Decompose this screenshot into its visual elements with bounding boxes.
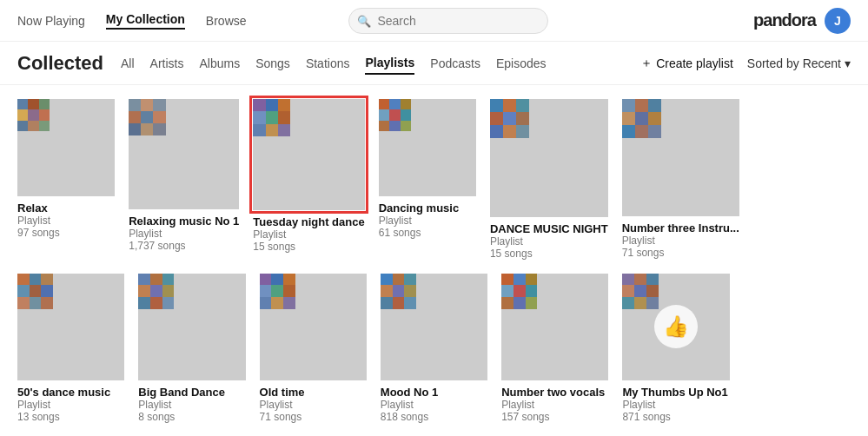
card-songs: 157 songs bbox=[501, 411, 608, 423]
pandora-logo: pandora bbox=[753, 10, 816, 30]
card-type: Playlist bbox=[381, 399, 487, 411]
filter-stations[interactable]: Stations bbox=[306, 53, 350, 74]
chevron-down-icon: ▾ bbox=[845, 56, 851, 70]
sorted-by-label: Sorted by Recent bbox=[747, 56, 841, 70]
card-type: Playlist bbox=[17, 399, 124, 411]
playlist-card-old-time[interactable]: Old timePlaylist71 songs bbox=[260, 274, 367, 423]
filter-songs[interactable]: Songs bbox=[255, 53, 290, 74]
card-title: Big Band Dance bbox=[138, 386, 245, 399]
filter-podcasts[interactable]: Podcasts bbox=[430, 53, 480, 74]
playlist-card-number-two-vocals[interactable]: Number two vocalsPlaylist157 songs bbox=[501, 274, 608, 423]
card-type: Playlist bbox=[253, 228, 364, 241]
card-songs: 15 songs bbox=[253, 241, 364, 253]
card-title: Old time bbox=[260, 386, 367, 399]
card-title: Mood No 1 bbox=[381, 386, 487, 399]
card-songs: 13 songs bbox=[17, 411, 124, 423]
nav-links: Now Playing My Collection Browse bbox=[17, 12, 247, 30]
card-title: Tuesday night dance bbox=[253, 215, 364, 228]
playlist-grid-row2: 50's dance musicPlaylist13 songsBig Band… bbox=[17, 274, 851, 423]
playlist-card-dancing-music[interactable]: Dancing musicPlaylist61 songs bbox=[379, 99, 476, 260]
card-type: Playlist bbox=[17, 215, 115, 227]
card-type: Playlist bbox=[138, 399, 245, 411]
playlist-card-number-three-instru[interactable]: Number three Instru...Playlist71 songs bbox=[622, 99, 739, 260]
card-type: Playlist bbox=[260, 399, 367, 411]
page-title: Collected bbox=[17, 52, 103, 75]
playlist-card-my-thumbs-up-no1[interactable]: 👍My Thumbs Up No1Playlist871 songs bbox=[622, 274, 729, 423]
card-songs: 871 songs bbox=[622, 411, 729, 423]
playlist-card-mood-no-1[interactable]: Mood No 1Playlist818 songs bbox=[381, 274, 487, 423]
filter-tabs: All Artists Albums Songs Stations Playli… bbox=[121, 52, 546, 75]
card-songs: 71 songs bbox=[260, 411, 367, 423]
playlist-card-tuesday-night-dance[interactable]: Tuesday night dancePlaylist15 songs bbox=[253, 99, 364, 260]
card-type: Playlist bbox=[379, 215, 476, 227]
nav-browse[interactable]: Browse bbox=[206, 14, 247, 28]
card-title: DANCE MUSIC NIGHT bbox=[490, 222, 608, 235]
playlist-card-relax[interactable]: RelaxPlaylist97 songs bbox=[17, 99, 115, 260]
search-input[interactable] bbox=[348, 8, 548, 34]
playlist-card-50s-dance-music[interactable]: 50's dance musicPlaylist13 songs bbox=[17, 274, 124, 423]
card-title: Relaxing music No 1 bbox=[129, 215, 239, 228]
playlist-grid-row1: RelaxPlaylist97 songsRelaxing music No 1… bbox=[17, 99, 851, 260]
filter-artists[interactable]: Artists bbox=[150, 53, 184, 74]
card-songs: 818 songs bbox=[381, 411, 487, 423]
card-title: Number three Instru... bbox=[622, 221, 739, 235]
card-songs: 97 songs bbox=[17, 227, 115, 239]
card-songs: 71 songs bbox=[622, 247, 739, 259]
card-title: 50's dance music bbox=[17, 386, 124, 399]
card-songs: 61 songs bbox=[379, 227, 476, 239]
card-title: Relax bbox=[17, 201, 115, 215]
sub-header-right: ＋ Create playlist Sorted by Recent ▾ bbox=[640, 56, 851, 71]
nav-right: pandora J bbox=[753, 8, 851, 34]
filter-playlists[interactable]: Playlists bbox=[365, 52, 414, 75]
create-playlist-label: Create playlist bbox=[656, 56, 733, 70]
card-title: Dancing music bbox=[379, 201, 476, 215]
playlist-card-relaxing-music-no-1[interactable]: Relaxing music No 1Playlist1,737 songs bbox=[129, 99, 239, 260]
nav-my-collection[interactable]: My Collection bbox=[106, 12, 185, 30]
playlist-card-dance-music-night[interactable]: DANCE MUSIC NIGHTPlaylist15 songs bbox=[490, 99, 608, 260]
card-songs: 8 songs bbox=[138, 411, 245, 423]
filter-albums[interactable]: Albums bbox=[199, 53, 240, 74]
plus-icon: ＋ bbox=[640, 56, 653, 71]
card-type: Playlist bbox=[622, 235, 739, 247]
nav-now-playing[interactable]: Now Playing bbox=[17, 14, 85, 28]
card-type: Playlist bbox=[490, 235, 608, 248]
playlist-card-big-band-dance[interactable]: Big Band DancePlaylist8 songs bbox=[138, 274, 245, 423]
card-songs: 15 songs bbox=[490, 248, 608, 260]
card-type: Playlist bbox=[622, 399, 729, 411]
content-area: RelaxPlaylist97 songsRelaxing music No 1… bbox=[0, 85, 868, 436]
card-type: Playlist bbox=[129, 228, 239, 240]
card-songs: 1,737 songs bbox=[129, 240, 239, 252]
card-title: My Thumbs Up No1 bbox=[622, 386, 729, 399]
avatar[interactable]: J bbox=[825, 8, 851, 34]
create-playlist-button[interactable]: ＋ Create playlist bbox=[640, 56, 733, 71]
sub-header: Collected All Artists Albums Songs Stati… bbox=[0, 42, 868, 85]
filter-episodes[interactable]: Episodes bbox=[496, 53, 547, 74]
thumbs-up-icon: 👍 bbox=[654, 305, 698, 348]
search-icon: 🔍 bbox=[357, 14, 371, 27]
sorted-by-button[interactable]: Sorted by Recent ▾ bbox=[747, 56, 851, 70]
card-type: Playlist bbox=[501, 399, 608, 411]
search-bar: 🔍 bbox=[348, 8, 548, 34]
filter-all[interactable]: All bbox=[121, 53, 135, 74]
top-nav: Now Playing My Collection Browse 🔍 pando… bbox=[0, 0, 868, 42]
card-title: Number two vocals bbox=[501, 386, 608, 399]
